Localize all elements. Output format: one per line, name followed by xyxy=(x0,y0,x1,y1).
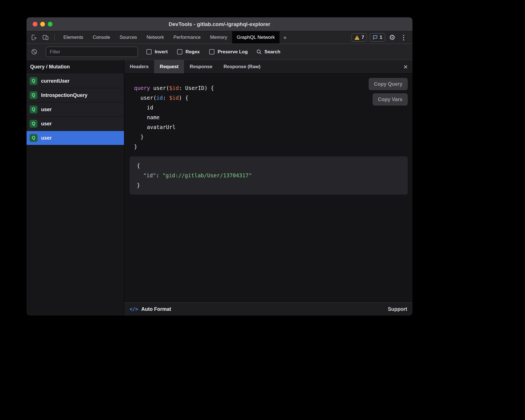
settings-gear-icon[interactable]: ⚙ xyxy=(388,34,397,41)
request-operation-name: user xyxy=(41,107,52,113)
variables-box: { "id": "gid://gitlab/User/13704317"} xyxy=(130,156,408,195)
close-panel-icon[interactable]: × xyxy=(399,63,412,70)
code-line: user(id: $id) { xyxy=(134,93,408,103)
messages-badge[interactable]: 1 xyxy=(370,33,385,42)
request-row-0[interactable]: QcurrentUser xyxy=(27,74,124,88)
sidebar-header: Query / Mutation xyxy=(27,60,124,74)
code-line: name xyxy=(134,113,408,122)
minimize-window-button[interactable] xyxy=(40,22,45,27)
query-type-badge: Q xyxy=(30,134,37,142)
invert-checkbox[interactable]: Invert xyxy=(146,49,168,55)
traffic-lights xyxy=(33,17,52,31)
clear-log-icon[interactable] xyxy=(31,49,37,55)
code-line: query user($id: UserID) { xyxy=(134,83,408,93)
toolbar-separator xyxy=(54,34,55,41)
request-row-3[interactable]: Quser xyxy=(27,117,124,131)
filter-input[interactable] xyxy=(46,47,138,57)
warnings-badge[interactable]: 7 xyxy=(352,33,367,42)
panel-tabbar: HeadersRequestResponseResponse (Raw) × xyxy=(124,60,412,74)
auto-format-button[interactable]: Auto Format xyxy=(141,306,171,312)
copy-buttons: Copy Query Copy Vars xyxy=(369,78,408,106)
request-operation-name: user xyxy=(41,135,52,141)
devtools-tool-icons xyxy=(27,31,59,44)
copy-query-button[interactable]: Copy Query xyxy=(369,78,408,90)
message-count: 1 xyxy=(380,35,382,40)
regex-checkbox[interactable]: Regex xyxy=(177,49,200,55)
code-line: } xyxy=(134,132,408,142)
panel-tab-response[interactable]: Response xyxy=(184,60,218,73)
code-line: id xyxy=(134,103,408,113)
search-icon xyxy=(256,49,262,55)
devtools-tab-console[interactable]: Console xyxy=(88,31,115,44)
request-list: QcurrentUserQIntrospectionQueryQuserQuse… xyxy=(27,74,124,145)
kebab-menu-icon[interactable]: ⋮ xyxy=(399,34,408,41)
devtools-window: DevTools - gitlab.com/-/graphql-explorer… xyxy=(27,17,412,316)
copy-vars-button[interactable]: Copy Vars xyxy=(373,93,408,106)
query-code: query user($id: UserID) { user(id: $id) … xyxy=(134,83,408,152)
code-line: "id": "gid://gitlab/User/13704317" xyxy=(137,171,400,180)
preserve-log-checkbox[interactable]: Preserve Log xyxy=(209,49,248,55)
request-row-1[interactable]: QIntrospectionQuery xyxy=(27,88,124,102)
warning-triangle-icon xyxy=(354,35,360,40)
close-window-button[interactable] xyxy=(33,22,37,27)
request-operation-name: user xyxy=(41,121,52,127)
zoom-window-button[interactable] xyxy=(48,22,52,27)
request-operation-name: IntrospectionQuery xyxy=(41,92,87,98)
request-tab-content: Copy Query Copy Vars query user($id: Use… xyxy=(124,74,412,302)
main-split: Query / Mutation QcurrentUserQIntrospect… xyxy=(27,60,412,316)
devtools-tab-sources[interactable]: Sources xyxy=(115,31,142,44)
query-type-badge: Q xyxy=(30,91,37,99)
code-line: } xyxy=(134,142,408,152)
toolbar-checkbox-group: InvertRegexPreserve Log xyxy=(146,49,248,55)
devtools-tab-graphql-network[interactable]: GraphQL Network xyxy=(232,31,280,44)
variables-code: { "id": "gid://gitlab/User/13704317"} xyxy=(137,161,400,190)
panel-tab-response-raw[interactable]: Response (Raw) xyxy=(218,60,266,73)
code-brackets-icon: </> xyxy=(130,306,138,312)
panel-tab-request[interactable]: Request xyxy=(154,60,184,73)
detail-panel: HeadersRequestResponseResponse (Raw) × C… xyxy=(124,60,412,316)
preserve-log-checkbox-box[interactable] xyxy=(209,49,214,54)
query-type-badge: Q xyxy=(30,120,37,128)
devtools-status-cluster: 7 1 ⚙ ⋮ xyxy=(352,31,412,44)
devtools-tabbar: ElementsConsoleSourcesNetworkPerformance… xyxy=(27,31,412,44)
panel-tab-headers[interactable]: Headers xyxy=(124,60,154,73)
invert-checkbox-box[interactable] xyxy=(146,49,152,54)
code-line: { xyxy=(137,161,400,171)
devtools-tab-strip: ElementsConsoleSourcesNetworkPerformance… xyxy=(59,31,280,44)
panel-statusbar: </> Auto Format Support xyxy=(124,302,412,316)
regex-checkbox-label: Regex xyxy=(185,49,200,55)
request-operation-name: currentUser xyxy=(41,78,70,84)
query-type-badge: Q xyxy=(30,77,37,85)
inspect-element-icon[interactable] xyxy=(31,34,38,41)
device-toolbar-icon[interactable] xyxy=(42,34,49,41)
regex-checkbox-box[interactable] xyxy=(177,49,182,54)
more-tabs-button[interactable]: » xyxy=(280,31,290,44)
query-type-badge: Q xyxy=(30,106,37,113)
panel-tab-strip: HeadersRequestResponseResponse (Raw) xyxy=(124,60,266,73)
request-row-4[interactable]: Quser xyxy=(27,131,124,145)
request-row-2[interactable]: Quser xyxy=(27,102,124,117)
window-title: DevTools - gitlab.com/-/graphql-explorer xyxy=(27,21,412,27)
preserve-log-checkbox-label: Preserve Log xyxy=(218,49,248,55)
network-toolbar: InvertRegexPreserve Log Search xyxy=(27,44,412,60)
devtools-tab-memory[interactable]: Memory xyxy=(205,31,232,44)
warning-count: 7 xyxy=(362,35,364,40)
window-titlebar[interactable]: DevTools - gitlab.com/-/graphql-explorer xyxy=(27,17,412,31)
requests-sidebar: Query / Mutation QcurrentUserQIntrospect… xyxy=(27,60,124,316)
invert-checkbox-label: Invert xyxy=(155,49,168,55)
devtools-tab-network[interactable]: Network xyxy=(142,31,169,44)
devtools-tab-performance[interactable]: Performance xyxy=(169,31,205,44)
search-label: Search xyxy=(264,49,280,55)
code-line: avatarUrl xyxy=(134,122,408,132)
devtools-tab-elements[interactable]: Elements xyxy=(59,31,88,44)
code-line: } xyxy=(137,180,400,190)
search-control[interactable]: Search xyxy=(256,49,280,55)
chat-bubble-icon xyxy=(373,35,378,40)
support-link[interactable]: Support xyxy=(388,306,407,312)
